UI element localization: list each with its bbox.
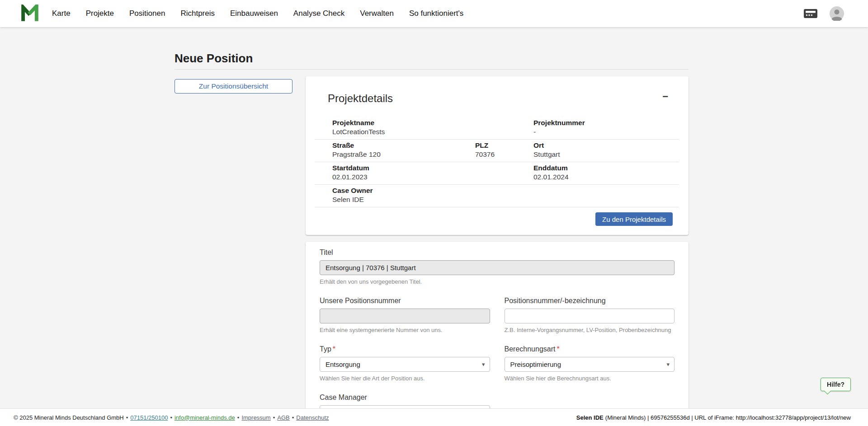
nav-item-positionen[interactable]: Positionen: [129, 9, 165, 18]
session-user: Selen IDE: [576, 414, 604, 421]
berechnungsart-select-value: Preisoptimierung: [510, 360, 561, 368]
typ-help-text: Wählen Sie hier die Art der Position aus…: [320, 375, 490, 382]
position-number-field: Positionsnummer/-bezeichnung Z.B. Intern…: [505, 296, 675, 334]
footer: © 2025 Mineral Minds Deutschland GmbH • …: [0, 408, 868, 426]
separator: •: [273, 414, 275, 421]
table-row: Projektname LotCreationTests Projektnumm…: [315, 117, 679, 140]
detail-strasse: Straße Pragstraße 120: [315, 141, 475, 159]
top-navbar: Karte Projekte Positionen Richtpreis Ein…: [0, 0, 868, 27]
nav-item-verwalten[interactable]: Verwalten: [360, 9, 394, 18]
nav-item-einbauweisen[interactable]: Einbauweisen: [230, 9, 278, 18]
card-reader-icon[interactable]: [803, 9, 818, 19]
separator: •: [126, 414, 128, 421]
user-avatar[interactable]: [830, 6, 844, 21]
required-asterisk: *: [557, 345, 559, 353]
table-row: Straße Pragstraße 120 PLZ 70376 Ort Stut…: [315, 140, 679, 162]
datenschutz-link[interactable]: Datenschutz: [296, 414, 329, 421]
app-logo[interactable]: [20, 5, 39, 23]
field-value: 02.01.2023: [332, 173, 533, 182]
detail-projektnummer: Projektnummer -: [533, 118, 679, 136]
titel-input: [320, 260, 675, 275]
detail-ort: Ort Stuttgart: [533, 141, 679, 159]
field-value: -: [533, 127, 679, 136]
copyright-text: © 2025 Mineral Minds Deutschland GmbH: [14, 414, 124, 421]
phone-link[interactable]: 07151/250100: [130, 414, 168, 421]
case-manager-label: Case Manager: [320, 393, 490, 402]
field-value: Stuttgart: [533, 150, 679, 159]
our-position-number-label: Unsere Positionsnummer: [320, 296, 490, 305]
nav-item-so-funktionierts[interactable]: So funktioniert's: [409, 9, 463, 18]
right-column: Projektdetails − Projektname LotCreation…: [306, 76, 689, 426]
new-position-form-card: Titel Erhält den von uns vorgegebenen Ti…: [306, 242, 689, 426]
titel-field: Titel Erhält den von uns vorgegebenen Ti…: [320, 248, 675, 286]
nav-item-karte[interactable]: Karte: [52, 9, 71, 18]
detail-enddatum: Enddatum 02.01.2024: [533, 164, 679, 182]
session-info: Selen IDE(Mineral Minds) | 69576255536d …: [576, 414, 851, 421]
chevron-down-icon: ▾: [666, 361, 670, 368]
our-position-number-help-text: Erhält eine systemgenerierte Nummer von …: [320, 327, 490, 334]
required-asterisk: *: [333, 345, 335, 353]
separator: •: [170, 414, 172, 421]
project-details-card: Projektdetails − Projektname LotCreation…: [306, 76, 689, 235]
our-position-number-field: Unsere Positionsnummer Erhält eine syste…: [320, 296, 490, 334]
typ-select[interactable]: Entsorgung ▾: [320, 357, 490, 372]
berechnungsart-help-text: Wählen Sie hier die Berechnungsart aus.: [505, 375, 675, 382]
field-value: 70376: [475, 150, 533, 159]
berechnungsart-field: Berechnungsart* Preisoptimierung ▾ Wähle…: [505, 345, 675, 382]
field-label: Ort: [533, 141, 679, 150]
detail-startdatum: Startdatum 02.01.2023: [315, 164, 533, 182]
position-number-label: Positionsnummer/-bezeichnung: [505, 296, 675, 305]
collapse-icon[interactable]: −: [662, 92, 668, 102]
nav-item-richtpreis[interactable]: Richtpreis: [180, 9, 215, 18]
field-value: LotCreationTests: [332, 127, 533, 136]
title-divider: [175, 69, 689, 70]
page-title: Neue Position: [175, 51, 689, 66]
nav-item-analyse-check[interactable]: Analyse Check: [293, 9, 344, 18]
field-value: Pragstraße 120: [332, 150, 475, 159]
field-label: Projektnummer: [533, 118, 679, 127]
detail-case-owner: Case Owner Selen IDE: [315, 186, 679, 204]
project-details-title: Projektdetails: [328, 92, 393, 105]
table-row: Startdatum 02.01.2023 Enddatum 02.01.202…: [315, 162, 679, 185]
impressum-link[interactable]: Impressum: [241, 414, 270, 421]
help-button[interactable]: Hilfe?: [821, 378, 851, 391]
berechnungsart-select[interactable]: Preisoptimierung ▾: [505, 357, 675, 372]
mineral-minds-logo-icon: [20, 5, 39, 23]
position-overview-button[interactable]: Zur Positionsübersicht: [175, 79, 292, 94]
typ-select-value: Entsorgung: [326, 360, 360, 368]
field-label: Startdatum: [332, 164, 533, 173]
typ-field: Typ* Entsorgung ▾ Wählen Sie hier die Ar…: [320, 345, 490, 382]
footer-left: © 2025 Mineral Minds Deutschland GmbH • …: [14, 414, 329, 421]
navbar-right: [803, 6, 844, 21]
field-label: Case Owner: [332, 186, 679, 195]
detail-projektname: Projektname LotCreationTests: [315, 118, 533, 136]
typ-label: Typ*: [320, 345, 490, 353]
project-details-table: Projektname LotCreationTests Projektnumm…: [315, 117, 679, 207]
detail-plz: PLZ 70376: [475, 141, 533, 159]
agb-link[interactable]: AGB: [277, 414, 289, 421]
field-label: Enddatum: [533, 164, 679, 173]
session-details: (Mineral Minds) | 69576255536d | URL of …: [605, 414, 851, 421]
nav-item-projekte[interactable]: Projekte: [86, 9, 114, 18]
field-value: Selen IDE: [332, 195, 679, 204]
field-value: 02.01.2024: [533, 173, 679, 182]
left-column: Zur Positionsübersicht: [175, 76, 306, 426]
separator: •: [292, 414, 294, 421]
berechnungsart-label: Berechnungsart*: [505, 345, 675, 353]
position-number-help-text: Z.B. Interne-Vorgangsnummer, LV-Position…: [505, 327, 675, 334]
field-label: Projektname: [332, 118, 533, 127]
titel-label: Titel: [320, 248, 675, 257]
project-details-button[interactable]: Zu den Projektdetails: [595, 212, 673, 226]
titel-help-text: Erhält den von uns vorgegebenen Titel.: [320, 278, 675, 286]
position-number-input[interactable]: [505, 309, 675, 323]
email-link[interactable]: info@mineral-minds.de: [175, 414, 235, 421]
separator: •: [237, 414, 240, 421]
our-position-number-input: [320, 309, 490, 323]
field-label: Straße: [332, 141, 475, 150]
main-nav: Karte Projekte Positionen Richtpreis Ein…: [52, 9, 463, 18]
chevron-down-icon: ▾: [482, 361, 485, 368]
table-row: Case Owner Selen IDE: [315, 185, 679, 207]
field-label: PLZ: [475, 141, 533, 150]
main-content: Neue Position Zur Positionsübersicht Pro…: [0, 51, 868, 426]
